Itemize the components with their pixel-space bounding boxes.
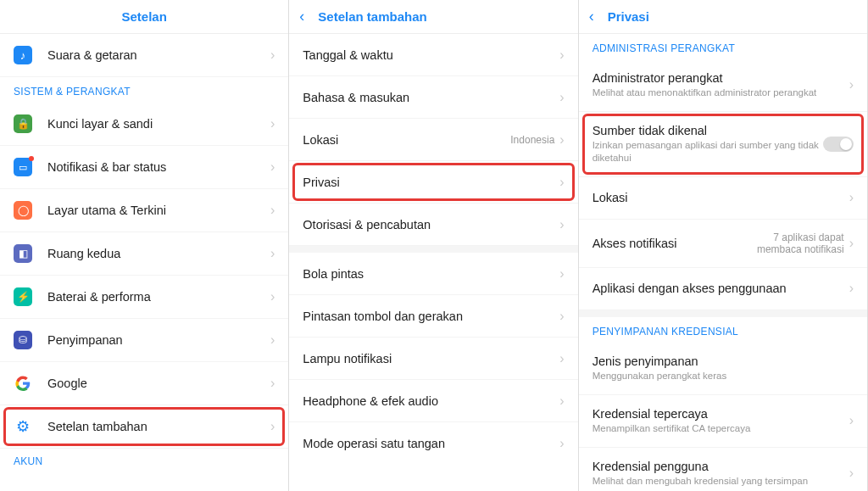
row-sublabel: Menggunakan perangkat keras <box>593 370 854 382</box>
row-label: Mode operasi satu tangan <box>303 437 559 450</box>
chevron-right-icon: › <box>849 413 854 428</box>
row-label: Notifikasi & bar status <box>47 160 270 174</box>
back-button[interactable]: ‹ <box>589 8 601 25</box>
row-label: Suara & getaran <box>47 48 270 62</box>
settings-list[interactable]: ♪ Suara & getaran › SISTEM & PERANGKAT 🔒… <box>0 34 288 491</box>
section-header-system: SISTEM & PERANGKAT <box>0 77 288 103</box>
row-privacy[interactable]: Privasi › <box>289 161 577 204</box>
row-authorization[interactable]: Otorisasi & pencabutan › <box>289 204 577 246</box>
row-storage[interactable]: ⛁ Penyimpanan › <box>0 319 288 362</box>
row-usage-access[interactable]: Aplikasi dengan akses penggunaan › <box>579 268 867 310</box>
chevron-right-icon: › <box>559 90 564 105</box>
row-home-screen[interactable]: ◯ Layar utama & Terkini › <box>0 189 288 232</box>
google-icon <box>14 374 32 393</box>
row-label: Akses notifikasi <box>593 237 743 250</box>
row-sound-vibration[interactable]: ♪ Suara & getaran › <box>0 34 288 77</box>
row-location[interactable]: Lokasi Indonesia › <box>289 119 577 161</box>
chevron-right-icon: › <box>559 436 564 451</box>
row-date-time[interactable]: Tanggal & waktu › <box>289 34 577 76</box>
row-sublabel: Melihat dan mengubah kredensial yang ter… <box>593 475 849 488</box>
row-second-space[interactable]: ◧ Ruang kedua › <box>0 232 288 276</box>
additional-list[interactable]: Tanggal & waktu › Bahasa & masukan › Lok… <box>289 34 577 491</box>
row-notification-access[interactable]: Akses notifikasi 7 aplikasi dapat membac… <box>579 220 867 268</box>
row-headphone-audio[interactable]: Headphone & efek audio › <box>289 380 577 422</box>
row-quick-ball[interactable]: Bola pintas › <box>289 253 577 295</box>
header-settings: Setelan <box>0 0 288 34</box>
header-privacy: ‹ Privasi <box>579 0 867 34</box>
row-label: Sumber tidak dikenal <box>593 124 823 137</box>
row-value: 7 aplikasi dapat membaca notifikasi <box>743 232 844 255</box>
chevron-right-icon: › <box>559 217 564 232</box>
chevron-right-icon: › <box>270 203 275 218</box>
row-label: Tanggal & waktu <box>303 48 559 62</box>
row-additional-settings[interactable]: ⚙ Setelan tambahan › <box>0 405 288 449</box>
chevron-right-icon: › <box>559 175 564 190</box>
row-battery[interactable]: ⚡ Baterai & performa › <box>0 276 288 319</box>
row-label: Headphone & efek audio <box>303 394 559 408</box>
row-sublabel: Menampilkan sertifikat CA tepercaya <box>593 422 849 435</box>
panel-privacy: ‹ Privasi ADMINISTRASI PERANGKAT Adminis… <box>579 0 868 491</box>
row-label: Penyimpanan <box>47 333 270 347</box>
row-label: Bahasa & masukan <box>303 91 559 104</box>
chevron-right-icon: › <box>849 281 854 296</box>
notification-bar-icon: ▭ <box>14 158 32 176</box>
row-device-admin[interactable]: Administrator perangkat Melihat atau men… <box>579 59 867 112</box>
section-header-admin: ADMINISTRASI PERANGKAT <box>579 34 867 59</box>
row-location-privacy[interactable]: Lokasi › <box>579 177 867 220</box>
row-label: Ruang kedua <box>47 247 270 260</box>
section-header-credential: PENYIMPANAN KREDENSIAL <box>579 317 867 343</box>
chevron-right-icon: › <box>559 393 564 409</box>
chevron-right-icon: › <box>270 419 275 434</box>
toggle-switch[interactable] <box>823 137 854 152</box>
chevron-right-icon: › <box>270 332 275 348</box>
row-sublabel: Izinkan pemasangan aplikasi dari sumber … <box>593 139 823 165</box>
row-notification-light[interactable]: Lampu notifikasi › <box>289 338 577 380</box>
chevron-right-icon: › <box>270 289 275 304</box>
chevron-right-icon: › <box>270 159 275 175</box>
music-note-icon: ♪ <box>14 46 32 64</box>
row-user-credentials[interactable]: Kredensial pengguna Melihat dan mengubah… <box>579 448 867 491</box>
back-button[interactable]: ‹ <box>299 8 311 25</box>
home-icon: ◯ <box>14 201 32 220</box>
row-trusted-credentials[interactable]: Kredensial tepercaya Menampilkan sertifi… <box>579 395 867 448</box>
header-title: Setelan <box>121 9 166 24</box>
row-label: Aplikasi dengan akses penggunaan <box>593 282 849 295</box>
chevron-right-icon: › <box>559 47 564 63</box>
row-google[interactable]: Google › <box>0 362 288 405</box>
row-lock-screen[interactable]: 🔒 Kunci layar & sandi › <box>0 103 288 146</box>
section-header-akun: AKUN <box>0 449 288 467</box>
row-label: Baterai & performa <box>47 290 270 304</box>
gear-icon: ⚙ <box>14 417 32 436</box>
row-label: Kredensial tepercaya <box>593 407 849 421</box>
row-label: Administrator perangkat <box>593 71 849 85</box>
privacy-list[interactable]: ADMINISTRASI PERANGKAT Administrator per… <box>579 34 867 491</box>
chevron-right-icon: › <box>849 77 854 92</box>
chevron-right-icon: › <box>559 132 564 148</box>
row-value: Indonesia <box>510 134 554 146</box>
row-one-handed[interactable]: Mode operasi satu tangan › <box>289 422 577 465</box>
row-label: Privasi <box>303 176 559 189</box>
chevron-right-icon: › <box>849 236 854 251</box>
header-title: Privasi <box>608 9 649 24</box>
chevron-right-icon: › <box>849 466 854 481</box>
chevron-right-icon: › <box>559 266 564 282</box>
row-sublabel: Melihat atau menonaktifkan administrator… <box>593 86 849 99</box>
row-label: Google <box>47 377 270 390</box>
row-label: Lampu notifikasi <box>303 352 559 365</box>
battery-icon: ⚡ <box>14 287 32 306</box>
row-button-shortcuts[interactable]: Pintasan tombol dan gerakan › <box>289 295 577 338</box>
row-language-input[interactable]: Bahasa & masukan › <box>289 76 577 119</box>
chevron-right-icon: › <box>270 116 275 131</box>
row-unknown-sources[interactable]: Sumber tidak dikenal Izinkan pemasangan … <box>579 112 867 177</box>
row-label: Lokasi <box>303 133 510 147</box>
header-additional: ‹ Setelan tambahan <box>289 0 577 34</box>
dual-space-icon: ◧ <box>14 244 32 263</box>
row-notifications[interactable]: ▭ Notifikasi & bar status › <box>0 146 288 189</box>
row-label: Kredensial pengguna <box>593 460 849 473</box>
lock-icon: 🔒 <box>14 114 32 133</box>
chevron-right-icon: › <box>559 309 564 324</box>
row-storage-type: Jenis penyimpanan Menggunakan perangkat … <box>579 343 867 395</box>
row-label: Otorisasi & pencabutan <box>303 218 559 232</box>
panel-settings: Setelan ♪ Suara & getaran › SISTEM & PER… <box>0 0 289 491</box>
chevron-right-icon: › <box>270 376 275 391</box>
